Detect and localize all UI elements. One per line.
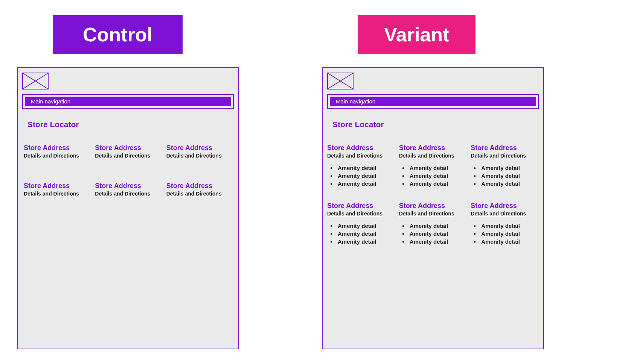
store-item: Store Address Details and Directions Ame… bbox=[471, 144, 539, 188]
details-directions-link[interactable]: Details and Directions bbox=[24, 191, 91, 197]
amenity-item: Amenity detail bbox=[401, 230, 467, 238]
amenity-list: Amenity detail Amenity detail Amenity de… bbox=[327, 164, 395, 188]
main-navigation[interactable]: Main navigation bbox=[330, 97, 536, 106]
store-item: Store Address Details and Directions bbox=[166, 182, 234, 202]
control-title: Control bbox=[53, 15, 183, 54]
amenity-item: Amenity detail bbox=[472, 222, 539, 230]
store-address: Store Address bbox=[166, 182, 234, 190]
amenity-item: Amenity detail bbox=[329, 164, 395, 172]
store-address: Store Address bbox=[471, 202, 539, 210]
store-item: Store Address Details and Directions Ame… bbox=[327, 202, 395, 246]
amenity-item: Amenity detail bbox=[472, 172, 539, 180]
amenity-item: Amenity detail bbox=[472, 164, 539, 172]
amenity-list: Amenity detail Amenity detail Amenity de… bbox=[399, 164, 467, 188]
details-directions-link[interactable]: Details and Directions bbox=[166, 191, 234, 197]
details-directions-link[interactable]: Details and Directions bbox=[95, 191, 162, 197]
variant-panel: Variant Main navigation Store Locator St… bbox=[322, 15, 544, 349]
store-address: Store Address bbox=[95, 182, 162, 190]
amenity-item: Amenity detail bbox=[472, 230, 539, 238]
main-navigation[interactable]: Main navigation bbox=[25, 97, 231, 106]
store-grid: Store Address Details and Directions Sto… bbox=[22, 144, 234, 202]
store-item: Store Address Details and Directions bbox=[166, 144, 234, 164]
details-directions-link[interactable]: Details and Directions bbox=[471, 153, 539, 159]
nav-container: Main navigation bbox=[22, 94, 234, 109]
diagram-container: Control Main navigation Store Locator St… bbox=[17, 15, 617, 349]
store-address: Store Address bbox=[471, 144, 539, 152]
store-item: Store Address Details and Directions bbox=[95, 144, 162, 164]
amenity-item: Amenity detail bbox=[401, 238, 467, 246]
details-directions-link[interactable]: Details and Directions bbox=[399, 153, 467, 159]
amenity-list: Amenity detail Amenity detail Amenity de… bbox=[471, 164, 539, 188]
store-address: Store Address bbox=[399, 202, 467, 210]
page-title: Store Locator bbox=[22, 120, 234, 129]
store-item: Store Address Details and Directions bbox=[24, 182, 91, 202]
amenity-list: Amenity detail Amenity detail Amenity de… bbox=[327, 222, 395, 246]
amenity-item: Amenity detail bbox=[472, 180, 539, 188]
variant-title: Variant bbox=[358, 15, 475, 54]
amenity-item: Amenity detail bbox=[401, 164, 467, 172]
details-directions-link[interactable]: Details and Directions bbox=[24, 153, 91, 159]
details-directions-link[interactable]: Details and Directions bbox=[95, 153, 162, 159]
store-address: Store Address bbox=[166, 144, 234, 152]
amenity-item: Amenity detail bbox=[329, 222, 395, 230]
variant-wireframe: Main navigation Store Locator Store Addr… bbox=[322, 67, 544, 349]
amenity-list: Amenity detail Amenity detail Amenity de… bbox=[471, 222, 539, 246]
nav-container: Main navigation bbox=[327, 94, 539, 109]
details-directions-link[interactable]: Details and Directions bbox=[471, 211, 539, 217]
page-title: Store Locator bbox=[327, 120, 539, 129]
store-item: Store Address Details and Directions Ame… bbox=[327, 144, 395, 188]
details-directions-link[interactable]: Details and Directions bbox=[327, 153, 395, 159]
amenity-item: Amenity detail bbox=[329, 230, 395, 238]
amenity-item: Amenity detail bbox=[401, 222, 467, 230]
store-grid: Store Address Details and Directions Ame… bbox=[327, 144, 539, 246]
store-item: Store Address Details and Directions Ame… bbox=[399, 202, 467, 246]
store-address: Store Address bbox=[95, 144, 162, 152]
control-panel: Control Main navigation Store Locator St… bbox=[17, 15, 239, 349]
store-address: Store Address bbox=[24, 144, 91, 152]
store-address: Store Address bbox=[327, 202, 395, 210]
amenity-item: Amenity detail bbox=[401, 172, 467, 180]
details-directions-link[interactable]: Details and Directions bbox=[166, 153, 234, 159]
logo-placeholder-icon bbox=[327, 73, 354, 89]
details-directions-link[interactable]: Details and Directions bbox=[399, 211, 467, 217]
store-address: Store Address bbox=[327, 144, 395, 152]
store-item: Store Address Details and Directions Ame… bbox=[471, 202, 539, 246]
store-item: Store Address Details and Directions bbox=[24, 144, 91, 164]
store-item: Store Address Details and Directions bbox=[95, 182, 162, 202]
amenity-item: Amenity detail bbox=[329, 172, 395, 180]
control-wireframe: Main navigation Store Locator Store Addr… bbox=[17, 67, 239, 349]
store-address: Store Address bbox=[24, 182, 91, 190]
amenity-item: Amenity detail bbox=[329, 180, 395, 188]
logo-placeholder-icon bbox=[22, 73, 49, 89]
amenity-list: Amenity detail Amenity detail Amenity de… bbox=[399, 222, 467, 246]
amenity-item: Amenity detail bbox=[401, 180, 467, 188]
amenity-item: Amenity detail bbox=[472, 238, 539, 246]
store-address: Store Address bbox=[399, 144, 467, 152]
amenity-item: Amenity detail bbox=[329, 238, 395, 246]
details-directions-link[interactable]: Details and Directions bbox=[327, 211, 395, 217]
store-item: Store Address Details and Directions Ame… bbox=[399, 144, 467, 188]
